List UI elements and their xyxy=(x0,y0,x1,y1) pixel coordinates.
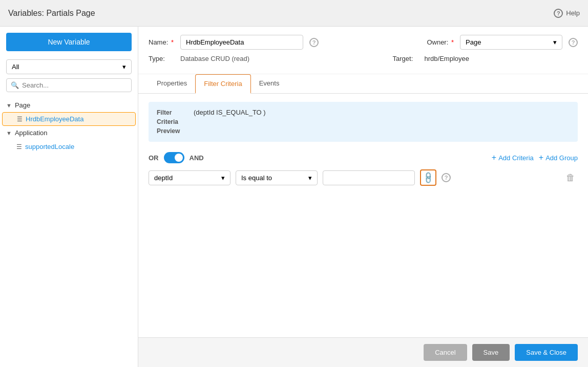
tab-properties[interactable]: Properties xyxy=(149,74,195,94)
name-required: * xyxy=(171,38,174,46)
field-chevron xyxy=(221,174,225,182)
right-panel: Name: * ? Owner: * Page ? Type: Dat xyxy=(138,27,588,367)
name-row: Name: * ? Owner: * Page ? xyxy=(149,35,578,50)
page-group-arrow: ▼ xyxy=(6,102,12,109)
owner-select[interactable]: Page xyxy=(460,35,562,50)
filter-panel: FilterCriteriaPreview (deptId IS_EQUAL_T… xyxy=(138,94,588,337)
value-input[interactable] xyxy=(323,170,415,185)
search-icon: 🔍 xyxy=(11,81,19,89)
sidebar-tree: ▼ Page ☰ HrdbEmployeeData ▼ Application … xyxy=(0,96,138,367)
criteria-controls: OR AND + Add Criteria + Add Group xyxy=(149,152,578,163)
and-label: AND xyxy=(190,154,204,162)
sidebar-item-label-2: supportedLocale xyxy=(25,143,74,150)
add-criteria-button[interactable]: + Add Criteria xyxy=(492,153,534,162)
or-label: OR xyxy=(149,154,159,162)
search-input[interactable] xyxy=(22,81,127,89)
field-select[interactable]: deptId xyxy=(149,170,230,185)
add-criteria-icon: + xyxy=(492,153,496,162)
type-label: Type: xyxy=(149,55,174,62)
add-criteria-label: Add Criteria xyxy=(498,154,534,162)
link-button[interactable]: 🔗 xyxy=(420,169,436,186)
criteria-help-icon[interactable]: ? xyxy=(442,173,451,182)
filter-selected: All xyxy=(12,63,19,71)
save-close-button[interactable]: Save & Close xyxy=(515,344,578,361)
form-header: Name: * ? Owner: * Page ? Type: Dat xyxy=(138,27,588,74)
sidebar-group-application[interactable]: ▼ Application xyxy=(0,126,138,140)
owner-required: * xyxy=(451,38,454,46)
or-and-toggle[interactable] xyxy=(164,152,184,163)
new-variable-button[interactable]: New Variable xyxy=(6,33,132,51)
condition-chevron xyxy=(308,174,312,182)
cancel-button[interactable]: Cancel xyxy=(424,344,467,361)
name-help-icon[interactable]: ? xyxy=(309,38,319,47)
tab-bar: Properties Filter Criteria Events xyxy=(138,74,588,94)
add-group-button[interactable]: + Add Group xyxy=(539,153,578,162)
field-selected: deptId xyxy=(154,174,173,182)
filter-dropdown-chevron xyxy=(122,63,126,71)
search-box: 🔍 xyxy=(6,78,132,92)
filter-dropdown[interactable]: All xyxy=(6,59,132,74)
help-label: Help xyxy=(566,9,580,17)
owner-value: Page xyxy=(466,38,481,46)
main-content: New Variable All 🔍 ▼ Page ☰ HrdbEmployee… xyxy=(0,27,588,367)
name-label: Name: * xyxy=(149,38,174,46)
sidebar-group-page[interactable]: ▼ Page xyxy=(0,98,138,112)
type-row: Type: Database CRUD (read) Target: hrdb/… xyxy=(149,55,578,62)
criteria-row: deptId Is equal to 🔗 ? 🗑 xyxy=(149,169,578,186)
sidebar-item-supportedlocale[interactable]: ☰ supportedLocale xyxy=(0,140,138,154)
bottom-bar: Cancel Save Save & Close xyxy=(138,337,588,367)
variable-icon: ☰ xyxy=(17,116,23,123)
target-value: hrdb/Employee xyxy=(425,55,469,62)
application-group-label: Application xyxy=(15,129,48,137)
add-group-icon: + xyxy=(539,153,543,162)
condition-select[interactable]: Is equal to xyxy=(236,170,318,185)
target-label: Target: xyxy=(393,55,418,62)
type-value: Database CRUD (read) xyxy=(180,55,249,62)
filter-preview-value: (deptId IS_EQUAL_TO ) xyxy=(194,108,266,136)
add-group-label: Add Group xyxy=(545,154,578,162)
owner-help-icon[interactable]: ? xyxy=(569,38,578,47)
page-group-label: Page xyxy=(15,101,30,109)
sidebar: New Variable All 🔍 ▼ Page ☰ HrdbEmployee… xyxy=(0,27,138,367)
help-button[interactable]: ? Help xyxy=(554,9,580,18)
sidebar-item-hrdbemployeedata[interactable]: ☰ HrdbEmployeeData xyxy=(2,112,136,126)
help-icon: ? xyxy=(554,9,563,18)
owner-chevron xyxy=(553,38,557,46)
page-title: Variables: Partials Page xyxy=(8,9,95,18)
delete-icon: 🗑 xyxy=(566,172,575,183)
sidebar-item-label: HrdbEmployeeData xyxy=(26,115,83,123)
name-input[interactable] xyxy=(180,35,303,50)
filter-preview-card: FilterCriteriaPreview (deptId IS_EQUAL_T… xyxy=(149,102,578,142)
owner-label: Owner: * xyxy=(427,38,454,46)
condition-selected: Is equal to xyxy=(241,174,272,182)
save-button[interactable]: Save xyxy=(472,344,510,361)
tab-events[interactable]: Events xyxy=(251,74,288,94)
filter-preview-label: FilterCriteriaPreview xyxy=(157,108,187,136)
link-icon: 🔗 xyxy=(421,170,435,185)
delete-criteria-button[interactable]: 🗑 xyxy=(563,170,578,185)
toggle-knob xyxy=(175,154,183,162)
tab-filter-criteria[interactable]: Filter Criteria xyxy=(195,74,250,94)
application-group-arrow: ▼ xyxy=(6,130,12,136)
title-bar: Variables: Partials Page ? Help xyxy=(0,0,588,27)
variable-icon-2: ☰ xyxy=(16,143,22,150)
